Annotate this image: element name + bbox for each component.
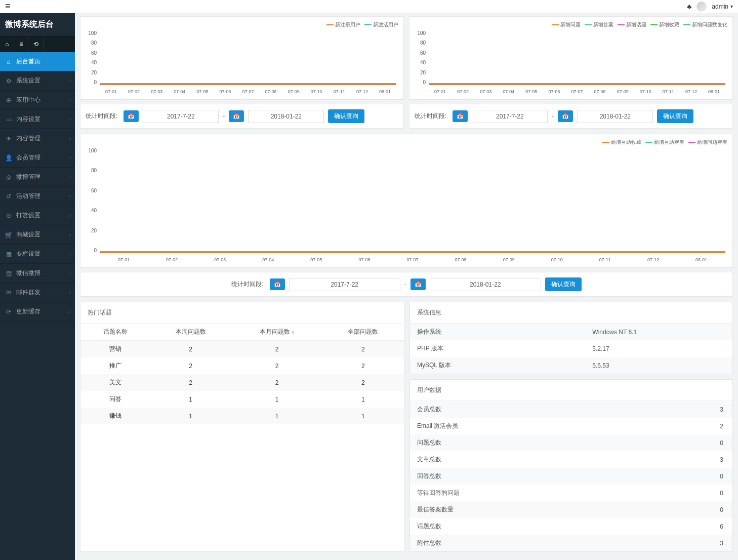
legend-item[interactable]: 新增问题数变化 [683,21,727,28]
legend-item[interactable]: 新增互助收藏 [602,139,641,146]
menu-toggle-icon[interactable]: ≡ [5,1,11,12]
chevron-right-icon: › [69,193,71,199]
confirm-query-button[interactable]: 确认查询 [328,109,364,123]
cell: 1 [231,408,322,424]
tick: 0 [415,79,426,85]
hot-topic-table: 话题名称本周问题数本月问题数∨全部问题数 营销222推广222美文222问答11… [80,324,404,424]
confirm-query-button[interactable]: 确认查询 [657,109,693,123]
tick: 07-09 [485,257,533,262]
col-header[interactable]: 本月问题数∨ [231,324,322,341]
cell: 赚钱 [80,408,150,424]
tick: 07-09 [282,89,305,94]
calendar-icon[interactable]: 📅 [124,110,139,122]
sidebar-item-2[interactable]: ⊕应用中心› [0,91,75,110]
date-from-input[interactable] [289,278,400,291]
tick: 07-06 [543,89,565,94]
calendar-icon[interactable]: 📅 [558,110,573,122]
chevron-right-icon: › [69,116,71,122]
col-header[interactable]: 本周问题数 [150,324,231,341]
legend-item[interactable]: 新增收藏 [650,21,679,28]
calendar-icon[interactable]: 📅 [411,278,426,290]
legend-item[interactable]: 新增问题 [552,21,581,28]
chart1-filter: 统计时间段: 📅 - 📅 确认查询 [80,104,404,129]
cell: 操作系统 [410,324,587,340]
refresh-icon[interactable]: ⟲ [28,36,44,52]
sidebar-item-7[interactable]: ↺活动管理› [0,187,75,206]
sidebar-item-11[interactable]: ▤微信微博› [0,264,75,283]
date-to-input[interactable] [248,110,324,123]
main-content: 新注册用户新激活用户 100806040200 07-0107-0207-030… [75,13,738,560]
tick: 07-04 [497,89,520,94]
sidebar-item-9[interactable]: 🛒商城设置› [0,225,75,245]
tick: 07-01 [429,89,452,94]
cell: 2 [231,357,322,374]
date-to-input[interactable] [430,278,541,291]
sysinfo-panel: 系统信息 操作系统Windows NT 6.1PHP 版本5.2.17MySQL… [409,302,733,374]
list-icon[interactable]: ≡ [14,36,28,52]
confirm-query-button[interactable]: 确认查询 [545,277,582,291]
tick: 07-02 [452,89,474,94]
chart-legend: 新注册用户新激活用户 [86,21,398,28]
notification-icon[interactable]: ♣ [687,3,691,11]
sidebar-item-4[interactable]: ✈内容管理› [0,129,75,148]
nav-label: 微信微博 [16,269,40,277]
sidebar-item-8[interactable]: ⊙打赏设置› [0,206,75,225]
calendar-icon[interactable]: 📅 [270,278,285,290]
sidebar-item-12[interactable]: ✉邮件群发› [0,283,75,302]
chart-line [429,83,725,85]
tick: 07-07 [388,257,436,262]
chevron-right-icon: › [69,136,71,141]
chart-line [100,251,725,253]
nav-label: 后台首页 [16,57,40,66]
tick: 07-08 [260,89,282,94]
col-header[interactable]: 话题名称 [80,324,150,341]
nav-icon: ✈ [5,135,12,142]
hot-topic-panel: 热门话题 话题名称本周问题数本月问题数∨全部问题数 营销222推广222美文22… [80,302,404,552]
tick: 08-01 [703,89,725,94]
legend-item[interactable]: 新增答案 [585,21,613,28]
col-header[interactable]: 全部问题数 [322,324,404,341]
user-menu[interactable]: admin ▾ [712,3,733,10]
legend-item[interactable]: 新增问题观看 [688,139,727,146]
filter-label: 统计时间段: [86,112,117,121]
table-row: 附件总数3 [410,535,732,551]
nav-icon: ✉ [5,289,12,296]
tick: 07-01 [100,257,148,262]
tick: 80 [86,168,97,173]
sidebar-item-1[interactable]: ⚙系统设置› [0,71,75,91]
tick: 07-08 [589,89,611,94]
calendar-icon[interactable]: 📅 [229,110,244,122]
chart-content: 新增问题新增答案新增话题新增收藏新增问题数变化 100806040200 07-… [409,16,733,100]
sidebar-item-13[interactable]: ⟳更新缓存› [0,302,75,322]
sidebar-item-6[interactable]: ◎微博管理› [0,168,75,187]
sidebar-item-3[interactable]: ▭内容设置› [0,110,75,129]
avatar[interactable] [696,2,707,12]
date-to-input[interactable] [577,110,653,123]
cell: 6 [587,518,732,535]
tick: 60 [415,50,426,56]
legend-item[interactable]: 新增互助观看 [645,139,684,146]
nav-icon: ⟳ [5,308,12,315]
nav-label: 打赏设置 [16,211,40,220]
tick: 07-04 [244,257,292,262]
chevron-right-icon: › [69,251,71,257]
sidebar-item-10[interactable]: ▦专栏设置› [0,245,75,264]
nav-icon: ▤ [5,270,12,277]
legend-item[interactable]: 新激活用户 [364,21,398,28]
legend-item[interactable]: 新注册用户 [326,21,360,28]
home-icon[interactable]: ⌂ [0,36,14,52]
calendar-icon[interactable]: 📅 [453,110,468,122]
legend-item[interactable]: 新增话题 [618,21,646,28]
nav-icon: ▭ [5,116,12,123]
date-from-input[interactable] [472,110,548,123]
tick: 07-12 [629,257,677,262]
date-from-input[interactable] [143,110,219,123]
tick: 0 [86,79,97,85]
sidebar-item-0[interactable]: ⌂后台首页 [0,52,75,71]
table-row: 最佳答案数量0 [410,501,732,518]
sidebar-item-5[interactable]: 👤会员管理› [0,148,75,168]
userdata-panel: 用户数据 会员总数3Email 激活会员2问题总数0文章总数3回答总数0等待回答… [409,379,733,552]
sidebar-toolbar: ⌂ ≡ ⟲ [0,36,75,52]
cell: 2 [150,374,231,391]
table-row: 美文222 [80,374,404,391]
